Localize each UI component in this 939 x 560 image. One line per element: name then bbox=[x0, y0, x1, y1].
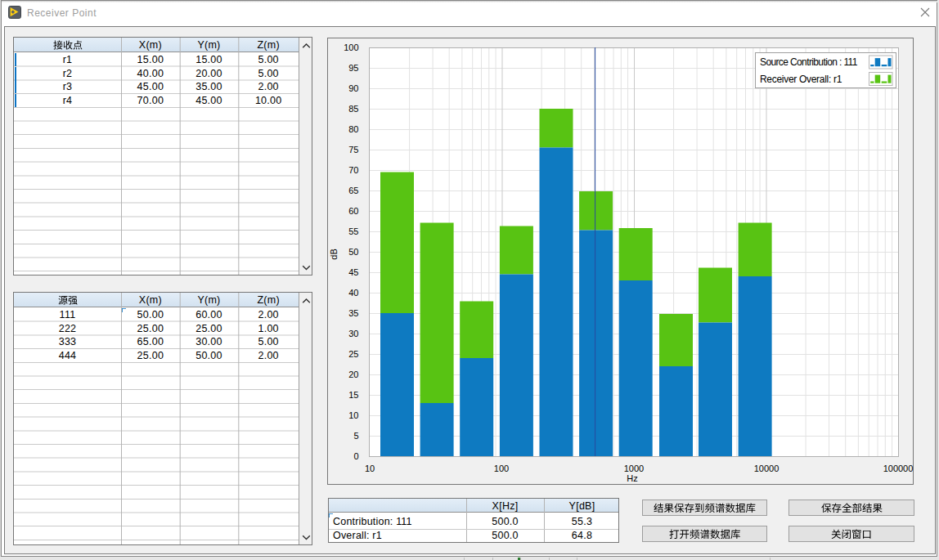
svg-text:15: 15 bbox=[348, 390, 358, 400]
svg-text:70: 70 bbox=[348, 165, 358, 175]
svg-text:5: 5 bbox=[353, 431, 358, 441]
svg-text:10000: 10000 bbox=[754, 464, 780, 473]
svg-text:0: 0 bbox=[353, 451, 358, 461]
svg-text:Receiver Overall: r1: Receiver Overall: r1 bbox=[760, 74, 842, 85]
svg-text:100: 100 bbox=[344, 43, 358, 52]
svg-text:25: 25 bbox=[348, 349, 358, 359]
svg-text:65: 65 bbox=[348, 186, 358, 195]
svg-text:85: 85 bbox=[348, 104, 358, 114]
svg-text:100: 100 bbox=[494, 464, 509, 473]
svg-text:80: 80 bbox=[348, 124, 358, 134]
svg-text:45: 45 bbox=[348, 267, 358, 277]
svg-text:Hz: Hz bbox=[627, 473, 637, 483]
svg-text:Source Contribution : 111: Source Contribution : 111 bbox=[760, 56, 858, 68]
svg-text:50: 50 bbox=[348, 247, 358, 257]
svg-text:55: 55 bbox=[348, 226, 358, 236]
svg-text:60: 60 bbox=[348, 206, 358, 216]
svg-text:100000: 100000 bbox=[883, 464, 914, 473]
svg-text:95: 95 bbox=[348, 63, 358, 73]
svg-text:10: 10 bbox=[348, 410, 358, 420]
svg-text:dB: dB bbox=[329, 249, 339, 259]
svg-text:10: 10 bbox=[365, 464, 375, 473]
svg-text:90: 90 bbox=[348, 83, 358, 93]
svg-text:1000: 1000 bbox=[624, 464, 644, 473]
svg-text:75: 75 bbox=[348, 145, 358, 155]
svg-text:20: 20 bbox=[348, 370, 358, 379]
svg-text:30: 30 bbox=[348, 329, 358, 338]
svg-text:40: 40 bbox=[348, 288, 358, 298]
svg-text:35: 35 bbox=[348, 308, 358, 318]
